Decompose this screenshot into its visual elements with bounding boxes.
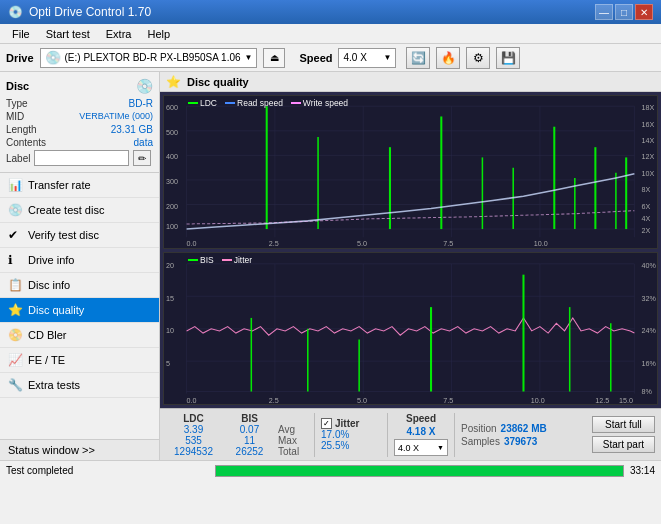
svg-text:40%: 40% bbox=[642, 260, 657, 269]
sidebar-item-cd-bler[interactable]: 📀 CD Bler bbox=[0, 323, 159, 348]
svg-text:400: 400 bbox=[166, 153, 178, 161]
svg-text:16X: 16X bbox=[642, 121, 655, 129]
disc-length-label: Length bbox=[6, 124, 37, 135]
start-full-button[interactable]: Start full bbox=[592, 416, 655, 433]
bis-stats: BIS 0.07 11 26252 bbox=[227, 413, 272, 457]
disc-info-icon: 📋 bbox=[8, 278, 22, 292]
chart-title: Disc quality bbox=[187, 76, 249, 88]
svg-text:15.0: 15.0 bbox=[619, 396, 633, 404]
status-window-button[interactable]: Status window >> bbox=[0, 439, 159, 460]
sidebar-item-extra-tests[interactable]: 🔧 Extra tests bbox=[0, 373, 159, 398]
title-bar-left: 💿 Opti Drive Control 1.70 bbox=[8, 5, 151, 19]
main-container: Disc 💿 Type BD-R MID VERBATIMe (000) Len… bbox=[0, 72, 661, 460]
chart-titlebar: ⭐ Disc quality bbox=[160, 72, 661, 92]
sidebar-item-verify-test-disc[interactable]: ✔ Verify test disc bbox=[0, 223, 159, 248]
menu-file[interactable]: File bbox=[4, 27, 38, 41]
verify-test-disc-icon: ✔ bbox=[8, 228, 22, 242]
svg-text:2.5: 2.5 bbox=[269, 396, 279, 404]
progress-bar-fill bbox=[216, 466, 623, 476]
burn-button[interactable]: 🔥 bbox=[436, 47, 460, 69]
ldc-avg-val: 3.39 bbox=[184, 424, 203, 435]
position-stats: Position 23862 MB Samples 379673 bbox=[461, 423, 547, 447]
read-speed-label: Read speed bbox=[237, 98, 283, 108]
samples-label: Samples bbox=[461, 436, 500, 447]
fe-te-icon: 📈 bbox=[8, 353, 22, 367]
sidebar-item-create-test-disc[interactable]: 💿 Create test disc bbox=[0, 198, 159, 223]
start-part-button[interactable]: Start part bbox=[592, 436, 655, 453]
speed-stat-arrow: ▼ bbox=[437, 444, 444, 451]
sidebar-item-label: Transfer rate bbox=[28, 179, 91, 191]
separator-1 bbox=[314, 413, 315, 457]
disc-contents-value: data bbox=[134, 137, 153, 148]
disc-mid-label: MID bbox=[6, 111, 24, 122]
drive-dropdown[interactable]: 💿 (E:) PLEXTOR BD-R PX-LB950SA 1.06 ▼ bbox=[40, 48, 258, 68]
speed-stat-val: 4.18 X bbox=[407, 426, 436, 437]
bis-total-val: 26252 bbox=[236, 446, 264, 457]
disc-type-value: BD-R bbox=[129, 98, 153, 109]
disc-label-input[interactable] bbox=[34, 150, 129, 166]
jitter-chart-label: Jitter bbox=[234, 255, 252, 265]
maximize-button[interactable]: □ bbox=[615, 4, 633, 20]
svg-text:10: 10 bbox=[166, 325, 174, 334]
save-button[interactable]: 💾 bbox=[496, 47, 520, 69]
samples-row: Samples 379673 bbox=[461, 436, 547, 447]
settings-button[interactable]: ⚙ bbox=[466, 47, 490, 69]
svg-text:0.0: 0.0 bbox=[187, 240, 197, 247]
close-button[interactable]: ✕ bbox=[635, 4, 653, 20]
sidebar-item-disc-quality[interactable]: ⭐ Disc quality bbox=[0, 298, 159, 323]
ldc-line bbox=[188, 102, 198, 104]
svg-text:100: 100 bbox=[166, 223, 178, 231]
avg-label: Avg bbox=[278, 424, 308, 435]
sidebar-item-fe-te[interactable]: 📈 FE / TE bbox=[0, 348, 159, 373]
sidebar-item-label: Drive info bbox=[28, 254, 74, 266]
disc-contents-label: Contents bbox=[6, 137, 46, 148]
speed-stat-dropdown[interactable]: 4.0 X ▼ bbox=[394, 439, 448, 456]
refresh-button[interactable]: 🔄 bbox=[406, 47, 430, 69]
eject-button[interactable]: ⏏ bbox=[263, 48, 285, 68]
sidebar-item-label: Create test disc bbox=[28, 204, 104, 216]
svg-text:4X: 4X bbox=[642, 215, 651, 223]
minimize-button[interactable]: — bbox=[595, 4, 613, 20]
jitter-avg-val: 17.0% bbox=[321, 429, 349, 440]
svg-text:200: 200 bbox=[166, 203, 178, 211]
disc-mid-row: MID VERBATIMe (000) bbox=[6, 111, 153, 122]
speed-dropdown[interactable]: 4.0 X ▼ bbox=[338, 48, 396, 68]
sidebar-item-disc-info[interactable]: 📋 Disc info bbox=[0, 273, 159, 298]
menu-help[interactable]: Help bbox=[139, 27, 178, 41]
jitter-checkbox[interactable]: ✓ bbox=[321, 418, 332, 429]
svg-text:15: 15 bbox=[166, 293, 174, 302]
time-text: 33:14 bbox=[630, 465, 655, 476]
ldc-total-val: 1294532 bbox=[174, 446, 213, 457]
svg-text:8X: 8X bbox=[642, 186, 651, 194]
top-chart: LDC Read speed Write speed 600 bbox=[163, 95, 658, 249]
svg-text:2.5: 2.5 bbox=[269, 240, 279, 247]
disc-panel-title: Disc bbox=[6, 80, 29, 92]
sidebar-item-drive-info[interactable]: ℹ Drive info bbox=[0, 248, 159, 273]
disc-label-label: Label bbox=[6, 153, 30, 164]
disc-label-edit-button[interactable]: ✏ bbox=[133, 150, 151, 166]
svg-text:6X: 6X bbox=[642, 203, 651, 211]
disc-mid-value: VERBATIMe (000) bbox=[79, 111, 153, 122]
svg-text:500: 500 bbox=[166, 129, 178, 137]
speed-header: Speed bbox=[406, 413, 436, 424]
svg-text:18X: 18X bbox=[642, 104, 655, 112]
svg-text:5: 5 bbox=[166, 358, 170, 367]
bis-header: BIS bbox=[241, 413, 258, 424]
menu-start-test[interactable]: Start test bbox=[38, 27, 98, 41]
svg-text:20: 20 bbox=[166, 260, 174, 269]
sidebar-item-transfer-rate[interactable]: 📊 Transfer rate bbox=[0, 173, 159, 198]
svg-text:0.0: 0.0 bbox=[187, 396, 197, 404]
transfer-rate-icon: 📊 bbox=[8, 178, 22, 192]
extra-tests-icon: 🔧 bbox=[8, 378, 22, 392]
status-text: Test completed bbox=[6, 465, 209, 476]
bottom-chart: BIS Jitter 20 15 10 5 40% 32% bbox=[163, 252, 658, 406]
create-test-disc-icon: 💿 bbox=[8, 203, 22, 217]
speed-stats: Speed 4.18 X 4.0 X ▼ bbox=[394, 413, 448, 456]
svg-text:7.5: 7.5 bbox=[443, 240, 453, 247]
menu-extra[interactable]: Extra bbox=[98, 27, 140, 41]
charts-area: LDC Read speed Write speed 600 bbox=[160, 92, 661, 408]
sidebar-item-label: Disc quality bbox=[28, 304, 84, 316]
chart-title-icon: ⭐ bbox=[166, 75, 181, 89]
disc-length-value: 23.31 GB bbox=[111, 124, 153, 135]
position-val: 23862 MB bbox=[501, 423, 547, 434]
